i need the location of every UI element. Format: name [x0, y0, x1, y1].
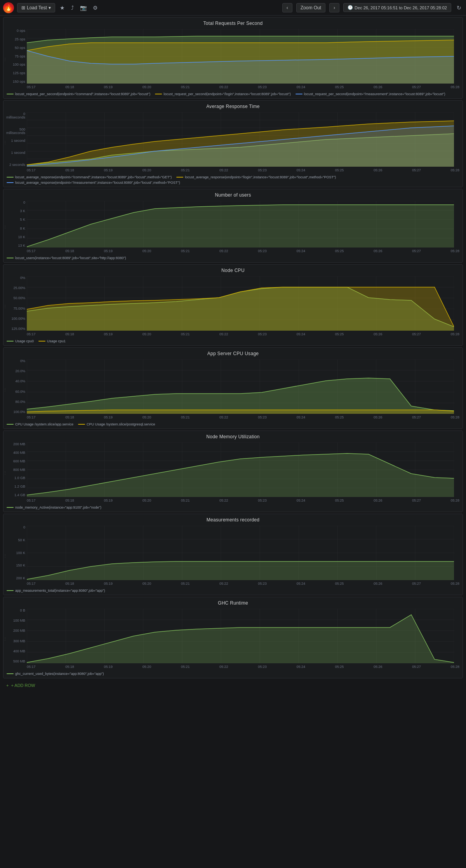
- panel-title: Measurements recorded: [3, 514, 463, 524]
- x-axis-label: 05:20: [143, 332, 151, 336]
- x-axis-label: 05:20: [143, 249, 151, 253]
- y-axis-label: 500 MB: [5, 660, 25, 663]
- add-row-button[interactable]: + + ADD ROW: [0, 680, 466, 691]
- legend-item: locust_request_per_second(endpoint="/mea…: [296, 92, 445, 96]
- y-axis-label: 1 second: [5, 151, 25, 155]
- x-axis-label: 05:22: [219, 665, 228, 669]
- legend-item: Usage cpu1: [38, 339, 66, 343]
- panel-title: Number of users: [3, 189, 463, 199]
- plus-icon: +: [6, 683, 9, 688]
- legend: Usage cpu0 Usage cpu1: [3, 338, 463, 345]
- y-axis-label: 0 ops: [5, 29, 25, 33]
- legend-label: CPU Usage /system.slice/app.service: [15, 422, 73, 426]
- x-axis-label: 05:21: [181, 665, 190, 669]
- y-axis-label: 100.00%: [5, 317, 25, 321]
- y-axis-label: 60.0%: [5, 390, 25, 394]
- y-axis-label: 0 milliseconds: [5, 112, 25, 119]
- share-icon[interactable]: ⤴: [70, 3, 75, 12]
- legend: app_measurements_total(instance="app:808…: [3, 587, 463, 595]
- legend-color: [176, 177, 183, 178]
- legend: locust_average_response(endpoint="/comma…: [3, 174, 463, 187]
- x-axis-label: 05:26: [374, 665, 383, 669]
- grid-icon: ⊞: [21, 5, 25, 10]
- star-icon[interactable]: ★: [58, 3, 66, 12]
- legend-label: locust_average_response(endpoint="/login…: [185, 175, 336, 179]
- legend-label: CPU Usage /system.slice/postgresql.servi…: [87, 422, 155, 426]
- time-range-display[interactable]: 🕐 Dec 26, 2017 05:16:51 to Dec 26, 2017 …: [343, 3, 451, 12]
- x-axis-label: 05:17: [27, 332, 36, 336]
- chart-panel: App Server CPU Usage ⋮ 100.0%80.0%60.0%4…: [3, 347, 463, 429]
- legend-color: [7, 507, 14, 508]
- dashboard-menu-button[interactable]: ⊞ Load Test ▾: [17, 3, 55, 12]
- chart-panel: Total Requests Per Second ⋮ 150 ops125 o…: [3, 17, 463, 99]
- x-axis-label: 05:17: [27, 415, 36, 419]
- next-time-button[interactable]: ›: [329, 3, 339, 12]
- legend-label: Usage cpu1: [47, 339, 66, 343]
- x-axis-label: 05:19: [104, 582, 113, 586]
- y-axis-label: 800 MB: [5, 468, 25, 472]
- x-axis-label: 05:19: [104, 665, 113, 669]
- settings-icon[interactable]: ⚙: [91, 3, 99, 12]
- chevron-down-icon: ▾: [49, 5, 51, 10]
- x-axis-label: 05:28: [450, 498, 459, 502]
- x-axis-label: 05:24: [297, 332, 306, 336]
- dashboard-title: Load Test: [27, 5, 47, 10]
- grafana-logo[interactable]: 🔥: [3, 2, 14, 13]
- x-axis-label: 05:22: [219, 249, 228, 253]
- y-axis-label: 2 seconds: [5, 163, 25, 167]
- y-axis-label: 25.00%: [5, 286, 25, 290]
- y-axis-label: 100 MB: [5, 619, 25, 622]
- x-axis-label: 05:27: [412, 498, 421, 502]
- y-axis-label: 0%: [5, 359, 25, 363]
- legend-item: locust_users(instance="locust:8089",job=…: [7, 256, 126, 260]
- x-axis-label: 05:22: [219, 332, 228, 336]
- x-axis-label: 05:26: [374, 332, 383, 336]
- y-axis-label: 50.00%: [5, 296, 25, 300]
- y-axis: 100.0%80.0%60.0%40.0%20.0%0%: [3, 359, 27, 414]
- chart-svg: [27, 359, 454, 414]
- legend-color: [7, 424, 14, 425]
- zoom-out-button[interactable]: Zoom Out: [296, 3, 325, 12]
- x-axis-label: 05:17: [27, 168, 36, 172]
- y-axis-label: 25 ops: [5, 38, 25, 41]
- y-axis-label: 10 K: [5, 235, 25, 239]
- y-axis-label: 150 K: [5, 564, 25, 567]
- clock-icon: 🕐: [348, 5, 353, 10]
- panel-body: ⋮ 500 MB400 MB300 MB200 MB100 MB0 B 05:1…: [3, 607, 463, 670]
- x-axis-label: 05:27: [412, 249, 421, 253]
- y-axis: 13 K10 K8 K5 K3 K0: [3, 201, 27, 248]
- x-axis-label: 05:19: [104, 249, 113, 253]
- y-axis-label: 3 K: [5, 209, 25, 213]
- x-axis-label: 05:18: [65, 332, 74, 336]
- y-axis-label: 8 K: [5, 227, 25, 230]
- y-axis-label: 150 ops: [5, 80, 25, 84]
- y-axis: 200 K150 K100 K50 K0: [3, 526, 27, 580]
- x-axis-label: 05:27: [412, 415, 421, 419]
- prev-time-button[interactable]: ‹: [282, 3, 292, 12]
- y-axis-label: 1.4 GB: [5, 493, 25, 497]
- panel-body: ⋮ 125.00%100.00%75.00%50.00%25.00%0% 05:…: [3, 275, 463, 338]
- y-axis-label: 80.0%: [5, 400, 25, 404]
- x-axis-label: 05:19: [104, 332, 113, 336]
- legend-label: locust_average_response(endpoint="/measu…: [15, 181, 180, 185]
- refresh-button[interactable]: ↻: [455, 3, 463, 12]
- x-axis-label: 05:24: [297, 498, 306, 502]
- x-axis-label: 05:22: [219, 85, 228, 89]
- y-axis-label: 5 K: [5, 218, 25, 221]
- y-axis-label: 400 MB: [5, 451, 25, 455]
- x-axis-label: 05:20: [143, 85, 151, 89]
- x-axis-label: 05:26: [374, 415, 383, 419]
- legend-color: [7, 94, 14, 94]
- x-axis-label: 05:20: [143, 168, 151, 172]
- y-axis: 2 seconds1 second1 second500 millisecond…: [3, 112, 27, 167]
- x-axis-label: 05:24: [297, 168, 306, 172]
- chart-panel: Node Memory Utilization ⋮ 1.4 GB1.2 GB1.…: [3, 431, 463, 512]
- snapshot-icon[interactable]: 📷: [78, 3, 88, 12]
- panel-body: ⋮ 2 seconds1 second1 second500 milliseco…: [3, 111, 463, 174]
- x-axis-label: 05:17: [27, 249, 36, 253]
- panel-body: ⋮ 200 K150 K100 K50 K0 05:1705:1805:1905…: [3, 524, 463, 587]
- panel-title: Total Requests Per Second: [3, 17, 463, 28]
- topnav-left: 🔥 ⊞ Load Test ▾ ★ ⤴ 📷 ⚙: [3, 2, 279, 13]
- x-axis: 05:1705:1805:1905:2005:2105:2205:2305:24…: [3, 84, 459, 89]
- x-axis-label: 05:18: [65, 665, 74, 669]
